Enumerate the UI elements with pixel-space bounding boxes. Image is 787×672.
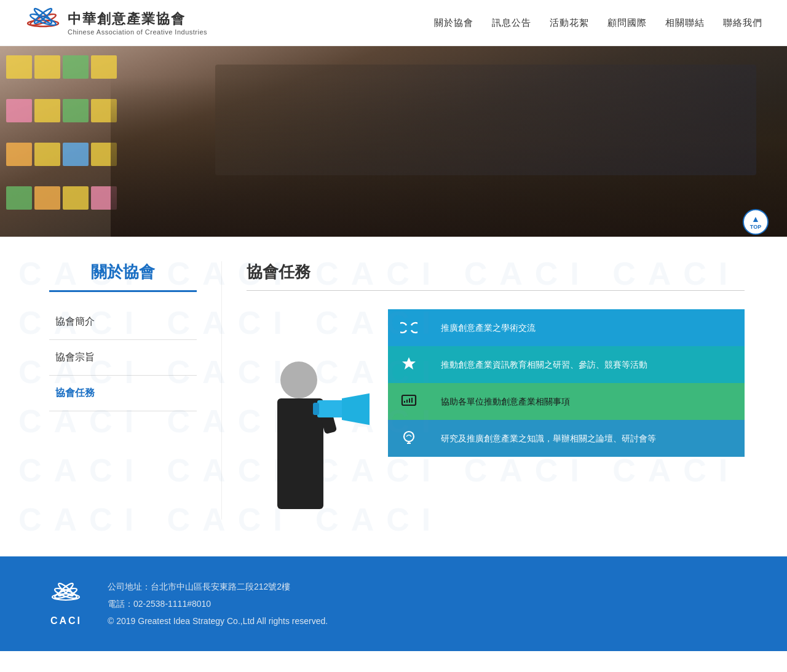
footer-logo: CACI — [49, 582, 83, 627]
main-nav: 關於協會訊息公告活動花絮顧問國際相關聯結聯絡我們 — [434, 17, 762, 29]
nav-advisors[interactable]: 顧問國際 — [607, 17, 647, 29]
svg-marker-9 — [342, 392, 370, 426]
footer-phone: 電話：02-2538-1111#8010 — [108, 595, 738, 612]
footer-caci-label: CACI — [50, 615, 82, 627]
sticky-note — [63, 99, 89, 122]
logo-area: 中華創意產業協會 Chinese Association of Creative… — [25, 6, 207, 40]
nav-events[interactable]: 活動花絮 — [550, 17, 589, 29]
logo-subtitle: Chinese Association of Creative Industri… — [68, 28, 207, 36]
mission-text-2: 推動創意產業資訊教育相關之研習、參訪、競賽等活動 — [430, 346, 745, 383]
hero-photo — [0, 46, 787, 237]
footer-copyright: © 2019 Greatest Idea Strategy Co.,Ltd Al… — [108, 612, 738, 630]
footer: CACI 公司地址：台北市中山區長安東路二段212號2樓 電話：02-2538-… — [0, 556, 787, 651]
mission-row-2: 推動創意產業資訊教育相關之研習、參訪、競賽等活動 — [388, 346, 745, 383]
megaphone-svg — [247, 309, 370, 512]
mission-infographic: 推廣創意產業之學術交流 推動創意產業資訊教育相關之研習、參訪、競賽等活動 — [388, 309, 745, 457]
mission-icon-4 — [388, 420, 430, 457]
footer-info: 公司地址：台北市中山區長安東路二段212號2樓 電話：02-2538-1111#… — [108, 578, 738, 630]
sidebar-menu: 協會簡介 協會宗旨 協會任務 — [49, 304, 197, 411]
mission-row-3: 協助各單位推動創意產業相關事項 — [388, 383, 745, 420]
content-area: 協會任務 — [221, 261, 745, 520]
mission-text-1: 推廣創意產業之學術交流 — [430, 309, 745, 346]
footer-logo-icon — [49, 582, 83, 612]
sidebar-title: 關於協會 — [49, 261, 197, 292]
sidebar: 關於協會 協會簡介 協會宗旨 協會任務 — [49, 261, 221, 520]
sticky-note — [34, 99, 60, 122]
mission-container: 推廣創意產業之學術交流 推動創意產業資訊教育相關之研習、參訪、競賽等活動 — [247, 309, 745, 506]
nav-news[interactable]: 訊息公告 — [492, 17, 531, 29]
logo-text-area: 中華創意產業協會 Chinese Association of Creative… — [68, 10, 207, 36]
top-arrow-icon: ▲ — [751, 215, 760, 223]
nav-contact[interactable]: 聯絡我們 — [723, 17, 762, 29]
header: 中華創意產業協會 Chinese Association of Creative… — [0, 0, 787, 46]
nav-links[interactable]: 相關聯結 — [665, 17, 705, 29]
sticky-note — [34, 143, 60, 166]
footer-address: 公司地址：台北市中山區長安東路二段212號2樓 — [108, 578, 738, 595]
mission-icon-3 — [388, 383, 430, 420]
mission-text-3: 協助各單位推動創意產業相關事項 — [430, 383, 745, 420]
top-label: TOP — [750, 224, 761, 230]
sticky-note — [63, 55, 89, 79]
mission-icon-1 — [388, 309, 430, 346]
mission-icon-2 — [388, 346, 430, 383]
sticky-note — [91, 55, 117, 79]
sticky-note — [63, 143, 89, 166]
sticky-note — [6, 99, 32, 122]
sidebar-item-mission-statement[interactable]: 協會宗旨 — [49, 340, 197, 376]
content-title: 協會任務 — [247, 261, 745, 291]
sticky-note — [6, 186, 32, 210]
main-content: CACI CACI CACI CACI CACI CACI CACI CACI … — [0, 237, 787, 556]
svg-point-16 — [404, 432, 414, 441]
mission-text-4: 研究及推廣創意產業之知識，舉辦相關之論壇、研討會等 — [430, 420, 745, 457]
megaphone-illustration — [247, 309, 370, 506]
sticky-note — [34, 186, 60, 210]
sticky-note — [63, 186, 89, 210]
sticky-note — [6, 143, 32, 166]
logo-title: 中華創意產業協會 — [68, 10, 207, 28]
sidebar-item-introduction[interactable]: 協會簡介 — [49, 304, 197, 340]
svg-rect-10 — [313, 403, 319, 415]
sticky-note — [6, 55, 32, 79]
sidebar-item-tasks[interactable]: 協會任務 — [49, 376, 197, 411]
hero-banner — [0, 46, 787, 237]
logo-icon — [25, 6, 61, 40]
mission-row-1: 推廣創意產業之學術交流 — [388, 309, 745, 346]
top-button[interactable]: ▲ TOP — [743, 209, 769, 235]
mission-row-4: 研究及推廣創意產業之知識，舉辦相關之論壇、研討會等 — [388, 420, 745, 457]
nav-about[interactable]: 關於協會 — [434, 17, 473, 29]
svg-point-5 — [280, 362, 317, 398]
sticky-notes-area — [0, 46, 123, 237]
sticky-note — [34, 55, 60, 79]
